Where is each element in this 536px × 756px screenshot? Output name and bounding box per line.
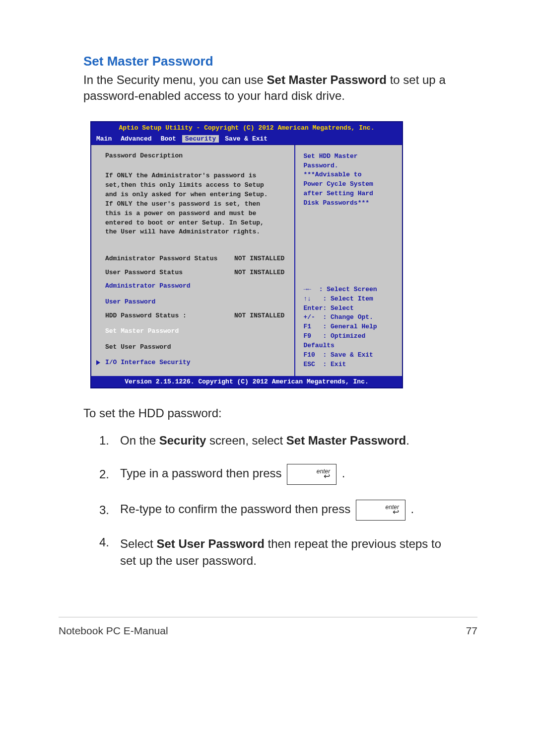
step-text: On the Security screen, select Set Maste… (120, 432, 409, 449)
step-text: Type in a password then press enter ↩ . (120, 464, 345, 485)
bios-pw-desc-heading: Password Description (105, 152, 284, 160)
bios-header: Aptio Setup Utility - Copyright (C) 2012… (91, 122, 402, 134)
step-number: 2. (99, 467, 120, 481)
bios-tab-main: Main (96, 135, 112, 143)
bios-set-user-password: Set User Password (105, 343, 284, 351)
enter-key-icon: enter ↩ (287, 464, 336, 485)
step-text: Re-type to confirm the password then pre… (120, 500, 414, 521)
row-label: User Password Status (105, 269, 234, 277)
t-bold: Set Master Password (286, 434, 406, 447)
enter-key-icon: enter ↩ (356, 500, 405, 521)
bios-user-pw-status: User Password Status NOT INSTALLED (105, 269, 284, 277)
footer-rule (59, 617, 477, 617)
bios-right-pane: Set HDD Master Password. ***Advisable to… (295, 145, 402, 377)
bios-body: Password Description If ONLY the Adminis… (91, 145, 402, 377)
t-bold: Security (159, 434, 206, 447)
step-number: 4. (99, 535, 120, 549)
step-1: 1. On the Security screen, select Set Ma… (99, 432, 453, 449)
step-number: 1. (99, 434, 120, 448)
t: . (411, 502, 414, 516)
bios-tab-security: Security (182, 135, 219, 143)
intro-text-1: In the Security menu, you can use (83, 73, 267, 86)
subheading: To set the HDD password: (83, 406, 453, 420)
enter-arrow-icon: ↩ (393, 508, 399, 516)
bios-tab-save-exit: Save & Exit (225, 135, 268, 143)
intro-paragraph: In the Security menu, you can use Set Ma… (83, 72, 453, 104)
t-bold: Set User Password (156, 537, 264, 550)
help-line: Disk Passwords*** (303, 199, 394, 208)
t: Type in a password then press (120, 466, 285, 480)
key-line: ESC : Exit (303, 360, 394, 370)
help-line: Set HDD Master (303, 152, 394, 161)
step-2: 2. Type in a password then press enter ↩… (99, 464, 453, 485)
t: Select (120, 537, 156, 550)
bios-user-password: User Password (105, 298, 284, 306)
bios-admin-pw-status: Administrator Password Status NOT INSTAL… (105, 255, 284, 263)
bios-desc-line: and is only asked for when entering Setu… (105, 190, 284, 200)
bios-help-top: Set HDD Master Password. ***Advisable to… (303, 152, 394, 208)
bios-hdd-pw-status: HDD Password Status : NOT INSTALLED (105, 312, 284, 320)
step-text: Select Set User Password then repeat the… (120, 535, 453, 569)
bios-left-pane: Password Description If ONLY the Adminis… (91, 145, 295, 377)
bios-tab-advanced: Advanced (121, 135, 151, 143)
step-number: 3. (99, 503, 120, 517)
t: . (406, 434, 409, 447)
intro-bold: Set Master Password (267, 73, 387, 86)
row-label: HDD Password Status : (105, 312, 234, 320)
section-title: Set Master Password (83, 54, 453, 69)
t: screen, select (206, 434, 286, 447)
bios-desc-line: If ONLY the user's password is set, then (105, 200, 284, 209)
row-value: NOT INSTALLED (234, 255, 284, 263)
step-4: 4. Select Set User Password then repeat … (99, 535, 453, 569)
t: . (342, 466, 345, 480)
step-3: 3. Re-type to confirm the password then … (99, 500, 453, 521)
key-line: Enter: Select (303, 304, 394, 313)
bios-desc-line: If ONLY the Administrator's password is (105, 171, 284, 181)
key-line: +/- : Change Opt. (303, 313, 394, 322)
bios-admin-password: Administrator Password (105, 282, 284, 290)
help-line: ***Advisable to (303, 170, 394, 180)
key-line: ↑↓ : Select Item (303, 295, 394, 304)
help-line: Password. (303, 161, 394, 171)
bios-screenshot: Aptio Setup Utility - Copyright (C) 2012… (90, 121, 403, 389)
key-line: F9 : Optimized (303, 332, 394, 341)
help-line: Power Cycle System (303, 180, 394, 189)
footer-page-number: 77 (466, 625, 477, 637)
help-line: after Setting Hard (303, 189, 394, 199)
key-line: F1 : General Help (303, 322, 394, 332)
bios-set-master-password: Set Master Password (105, 327, 284, 335)
footer-left: Notebook PC E-Manual (59, 625, 168, 637)
submenu-arrow-icon (96, 360, 100, 365)
row-value: NOT INSTALLED (234, 312, 284, 320)
bios-footer: Version 2.15.1226. Copyright (C) 2012 Am… (91, 376, 402, 387)
key-line: →← : Select Screen (303, 285, 394, 295)
bios-io-security-label: I/O Interface Security (105, 359, 191, 366)
bios-help-keys: →← : Select Screen ↑↓ : Select Item Ente… (303, 285, 394, 370)
bios-desc-line: set,then this only limits access to Setu… (105, 181, 284, 190)
t: Re-type to confirm the password then pre… (120, 502, 354, 516)
row-value: NOT INSTALLED (234, 269, 284, 277)
bios-tabs: Main Advanced Boot Security Save & Exit (91, 134, 402, 145)
bios-desc-line: entered to boot or enter Setup. In Setup… (105, 219, 284, 228)
bios-desc-line: the User will have Administrator rights. (105, 227, 284, 237)
t: On the (120, 434, 159, 447)
key-line: F10 : Save & Exit (303, 351, 394, 360)
key-line: Defaults (303, 341, 394, 351)
bios-io-security: I/O Interface Security (96, 359, 284, 366)
steps-list: 1. On the Security screen, select Set Ma… (99, 432, 453, 569)
row-label: Administrator Password Status (105, 255, 234, 263)
enter-arrow-icon: ↩ (324, 472, 330, 480)
bios-desc-line: this is a power on password and must be (105, 209, 284, 219)
page-footer: Notebook PC E-Manual 77 (59, 625, 477, 637)
bios-tab-boot: Boot (161, 135, 176, 143)
